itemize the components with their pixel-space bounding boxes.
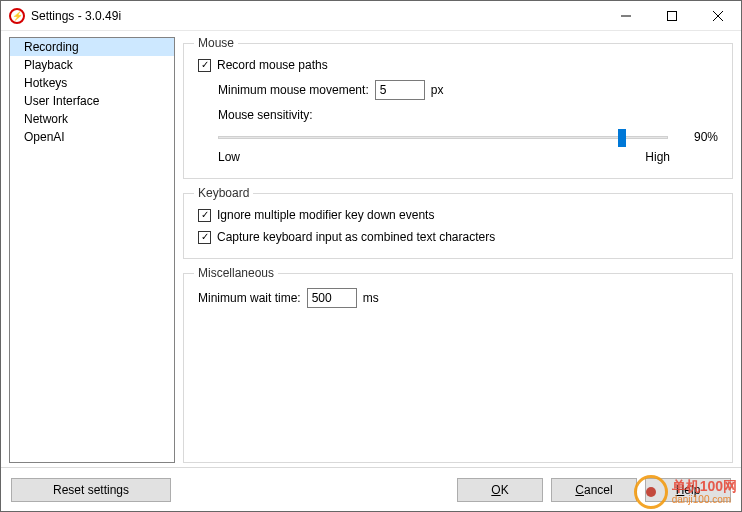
- sidebar-item-label: Recording: [24, 40, 79, 54]
- sidebar-item-label: OpenAI: [24, 130, 65, 144]
- sidebar-item-label: Network: [24, 112, 68, 126]
- capture-combined-label: Capture keyboard input as combined text …: [217, 230, 495, 244]
- sidebar-item-hotkeys[interactable]: Hotkeys: [10, 74, 174, 92]
- sidebar-item-network[interactable]: Network: [10, 110, 174, 128]
- group-legend: Keyboard: [194, 186, 253, 200]
- close-button[interactable]: [695, 1, 741, 31]
- record-mouse-paths-checkbox[interactable]: [198, 59, 211, 72]
- min-wait-time-unit: ms: [363, 291, 379, 305]
- mouse-sensitivity-label: Mouse sensitivity:: [218, 108, 313, 122]
- dialog-button-bar: Reset settings OK Cancel Help: [1, 467, 741, 511]
- group-keyboard: Keyboard Ignore multiple modifier key do…: [183, 193, 733, 259]
- sidebar-item-playback[interactable]: Playback: [10, 56, 174, 74]
- ok-button[interactable]: OK: [457, 478, 543, 502]
- settings-sidebar: Recording Playback Hotkeys User Interfac…: [9, 37, 175, 463]
- cancel-button[interactable]: Cancel: [551, 478, 637, 502]
- minimize-button[interactable]: [603, 1, 649, 31]
- settings-panel: Mouse Record mouse paths Minimum mouse m…: [183, 37, 733, 463]
- slider-low-label: Low: [218, 150, 240, 164]
- app-icon: ⚡: [9, 8, 25, 24]
- help-button[interactable]: Help: [645, 478, 731, 502]
- mouse-sensitivity-slider[interactable]: [218, 136, 668, 139]
- sidebar-item-openai[interactable]: OpenAI: [10, 128, 174, 146]
- title-bar: ⚡ Settings - 3.0.49i: [1, 1, 741, 31]
- sidebar-item-label: Playback: [24, 58, 73, 72]
- sidebar-item-user-interface[interactable]: User Interface: [10, 92, 174, 110]
- min-mouse-movement-label: Minimum mouse movement:: [218, 83, 369, 97]
- window-title: Settings - 3.0.49i: [31, 9, 121, 23]
- ignore-modifier-label: Ignore multiple modifier key down events: [217, 208, 434, 222]
- ignore-modifier-checkbox[interactable]: [198, 209, 211, 222]
- sidebar-item-recording[interactable]: Recording: [10, 38, 174, 56]
- sidebar-item-label: User Interface: [24, 94, 99, 108]
- capture-combined-checkbox[interactable]: [198, 231, 211, 244]
- group-legend: Miscellaneous: [194, 266, 278, 280]
- mouse-sensitivity-value: 90%: [678, 130, 718, 144]
- reset-settings-button[interactable]: Reset settings: [11, 478, 171, 502]
- slider-high-label: High: [645, 150, 670, 164]
- min-mouse-movement-unit: px: [431, 83, 444, 97]
- svg-rect-1: [668, 11, 677, 20]
- min-wait-time-input[interactable]: [307, 288, 357, 308]
- min-wait-time-label: Minimum wait time:: [198, 291, 301, 305]
- group-miscellaneous: Miscellaneous Minimum wait time: ms: [183, 273, 733, 463]
- record-mouse-paths-label: Record mouse paths: [217, 58, 328, 72]
- min-mouse-movement-input[interactable]: [375, 80, 425, 100]
- maximize-button[interactable]: [649, 1, 695, 31]
- slider-thumb[interactable]: [618, 129, 626, 147]
- group-legend: Mouse: [194, 36, 238, 50]
- group-mouse: Mouse Record mouse paths Minimum mouse m…: [183, 43, 733, 179]
- sidebar-item-label: Hotkeys: [24, 76, 67, 90]
